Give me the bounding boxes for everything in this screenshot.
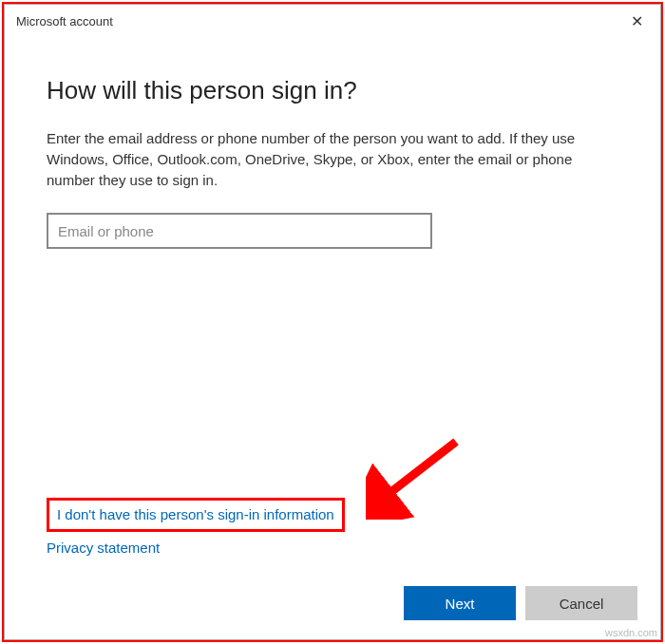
watermark-text: wsxdn.com <box>605 627 657 638</box>
annotation-highlight-box: I don't have this person's sign-in infor… <box>47 498 345 532</box>
microsoft-account-dialog: Microsoft account ✕ How will this person… <box>4 4 661 640</box>
no-signin-info-link[interactable]: I don't have this person's sign-in infor… <box>57 506 334 522</box>
titlebar: Microsoft account ✕ <box>5 5 660 38</box>
page-title: How will this person sign in? <box>47 76 618 105</box>
window-title: Microsoft account <box>16 14 113 28</box>
email-or-phone-input[interactable] <box>47 213 432 249</box>
dialog-content: How will this person sign in? Enter the … <box>5 38 660 573</box>
annotation-arrow-icon <box>366 434 470 520</box>
close-icon[interactable]: ✕ <box>623 10 651 32</box>
cancel-button[interactable]: Cancel <box>525 586 637 620</box>
links-area: I don't have this person's sign-in infor… <box>47 498 345 556</box>
description-text: Enter the email address or phone number … <box>47 128 607 190</box>
next-button[interactable]: Next <box>404 586 516 620</box>
svg-line-1 <box>380 442 456 501</box>
privacy-statement-link[interactable]: Privacy statement <box>47 540 345 556</box>
button-bar: Next Cancel <box>5 573 660 639</box>
